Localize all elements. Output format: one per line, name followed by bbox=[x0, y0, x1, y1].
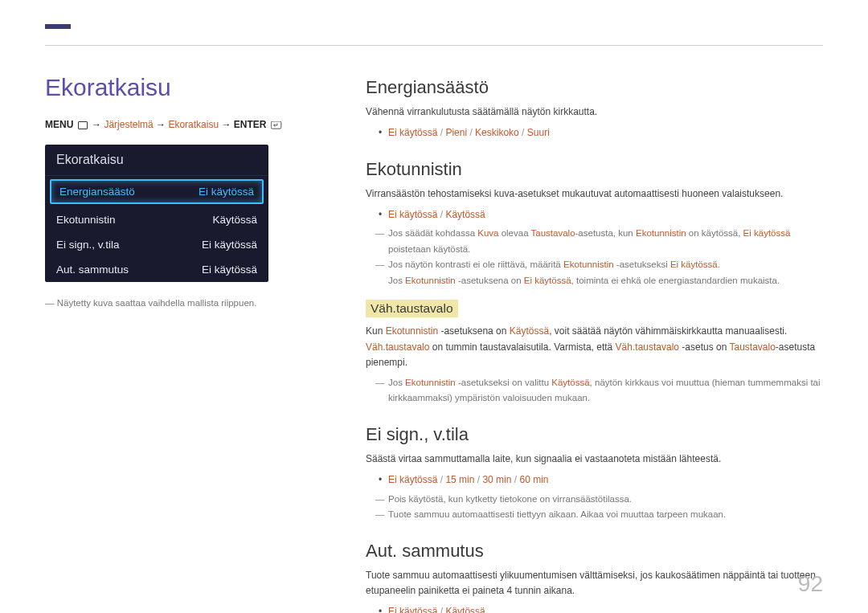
t: -asetus on bbox=[679, 341, 729, 353]
t: Väh.taustavalo bbox=[616, 341, 679, 353]
option-item: Ei käytössä / 15 min / 30 min / 60 min bbox=[366, 472, 823, 488]
arrow-icon: → bbox=[92, 119, 104, 130]
sep: / bbox=[467, 127, 475, 138]
note-item: Jos Ekotunnistin -asetukseksi on valittu… bbox=[366, 375, 823, 407]
note-list: Jos säädät kohdassa Kuva olevaa Taustava… bbox=[366, 226, 823, 288]
option-list: Ei käytössä / Pieni / Keskikoko / Suuri bbox=[366, 125, 823, 141]
section-energiansaasto: Energiansäästö Vähennä virrankulutusta s… bbox=[366, 77, 823, 141]
option: Ei käytössä bbox=[388, 606, 437, 613]
osd-row-label: Ekotunnistin bbox=[56, 214, 116, 226]
t: Ekotunnistin bbox=[405, 276, 456, 285]
t: Taustavalo bbox=[729, 341, 775, 353]
t: on tummin taustavalaisutila. Varmista, e… bbox=[429, 341, 615, 353]
sep: / bbox=[437, 606, 445, 613]
osd-row-energiansaasto[interactable]: Energiansäästö Ei käytössä bbox=[45, 176, 268, 207]
section-heading: Aut. sammutus bbox=[366, 541, 823, 562]
section-paragraph: Virransäästön tehostamiseksi kuva-asetuk… bbox=[366, 186, 823, 202]
option-list: Ei käytössä / Käytössä bbox=[366, 206, 823, 223]
t: Jos bbox=[388, 378, 405, 387]
section-heading: Ei sign., v.tila bbox=[366, 424, 823, 445]
osd-row-value: Käytössä bbox=[212, 214, 257, 226]
osd-row-eisign[interactable]: Ei sign., v.tila Ei käytössä bbox=[45, 232, 268, 257]
t: olevaa bbox=[498, 228, 530, 238]
sub-heading-vahtaustavalo: Väh.taustavalo bbox=[366, 300, 458, 317]
right-column: Energiansäästö Vähennä virrankulutusta s… bbox=[366, 77, 823, 613]
t: Ei käytössä bbox=[743, 228, 791, 238]
t: Kun bbox=[366, 325, 386, 337]
option: Ei käytössä bbox=[388, 209, 437, 220]
breadcrumb: MENU → Järjestelmä → Ekoratkaisu → ENTER bbox=[45, 119, 310, 130]
sep: / bbox=[519, 127, 527, 138]
breadcrumb-item: Järjestelmä bbox=[104, 119, 153, 130]
option-list: Ei käytössä / Käytössä bbox=[366, 603, 823, 613]
sep: / bbox=[437, 474, 445, 485]
section-paragraph: Säästä virtaa sammuttamalla laite, kun s… bbox=[366, 452, 823, 467]
t: -asetukseksi bbox=[614, 260, 670, 269]
option: 60 min bbox=[519, 474, 548, 485]
t: , toiminta ei ehkä ole energiastandardie… bbox=[571, 276, 780, 285]
breadcrumb-item: Ekoratkaisu bbox=[168, 119, 219, 130]
enter-icon bbox=[271, 121, 282, 129]
osd-row-value: Ei käytössä bbox=[199, 186, 254, 198]
t: Ei käytössä bbox=[524, 276, 571, 285]
note-item: Tuote sammuu automaattisesti tiettyyn ai… bbox=[366, 507, 823, 523]
option: Ei käytössä bbox=[388, 127, 437, 138]
t: Jos näytön kontrasti ei ole riittävä, mä… bbox=[388, 260, 563, 269]
t: Jos säädät kohdassa bbox=[388, 228, 477, 238]
sep: / bbox=[437, 127, 445, 138]
option-item: Ei käytössä / Käytössä bbox=[366, 603, 823, 613]
t: Ei käytössä bbox=[670, 260, 718, 269]
note-item: Pois käytöstä, kun kytketty tietokone on… bbox=[366, 492, 823, 508]
osd-panel: Ekoratkaisu Energiansäästö Ei käytössä E… bbox=[45, 145, 268, 282]
note-list: Pois käytöstä, kun kytketty tietokone on… bbox=[366, 492, 823, 523]
option: Käytössä bbox=[445, 209, 485, 220]
left-column: Ekoratkaisu MENU → Järjestelmä → Ekoratk… bbox=[45, 74, 310, 310]
t: , voit säätää näytön vähimmäiskirkkautta… bbox=[549, 325, 787, 337]
t: Ekotunnistin bbox=[563, 260, 614, 269]
t: Käytössä bbox=[551, 378, 589, 387]
note-item: Jos näytön kontrasti ei ole riittävä, mä… bbox=[366, 257, 823, 288]
option: 15 min bbox=[445, 474, 474, 485]
section-heading: Energiansäästö bbox=[366, 77, 823, 98]
section-eisign: Ei sign., v.tila Säästä virtaa sammuttam… bbox=[366, 424, 823, 523]
t: -asetusta, kun bbox=[575, 228, 636, 238]
osd-row-autsammutus[interactable]: Aut. sammutus Ei käytössä bbox=[45, 257, 268, 282]
osd-title: Ekoratkaisu bbox=[45, 145, 268, 176]
t: Käytössä bbox=[510, 325, 549, 337]
section-heading: Ekotunnistin bbox=[366, 159, 823, 180]
option: Suuri bbox=[527, 127, 550, 138]
osd-row-ekotunnistin[interactable]: Ekotunnistin Käytössä bbox=[45, 207, 268, 232]
option: Keskikoko bbox=[475, 127, 519, 138]
option-list: Ei käytössä / 15 min / 30 min / 60 min bbox=[366, 472, 823, 488]
t: -asetuksena on bbox=[456, 276, 524, 285]
t: poistetaan käytöstä. bbox=[388, 244, 470, 254]
osd-row-label: Aut. sammutus bbox=[56, 264, 129, 276]
osd-row-label: Ei sign., v.tila bbox=[56, 239, 120, 251]
t: -asetukseksi on valittu bbox=[456, 378, 552, 387]
option: 30 min bbox=[482, 474, 511, 485]
osd-row-value: Ei käytössä bbox=[202, 264, 257, 276]
breadcrumb-enter: ENTER bbox=[234, 119, 267, 130]
t: Väh.taustavalo bbox=[366, 341, 429, 353]
section-ekotunnistin: Ekotunnistin Virransäästön tehostamiseks… bbox=[366, 159, 823, 407]
t: -asetuksena on bbox=[438, 325, 510, 337]
osd-row-value: Ei käytössä bbox=[202, 239, 257, 251]
t: on käytössä, bbox=[686, 228, 743, 238]
page-number: 92 bbox=[798, 571, 823, 597]
sep: / bbox=[511, 474, 519, 485]
footnote: Näytetty kuva saattaa vaihdella mallista… bbox=[45, 296, 310, 310]
option-item: Ei käytössä / Käytössä bbox=[366, 206, 823, 223]
note-list: Jos Ekotunnistin -asetukseksi on valittu… bbox=[366, 375, 823, 407]
t: Ekotunnistin bbox=[386, 325, 438, 337]
t: . bbox=[718, 260, 720, 269]
option: Pieni bbox=[445, 127, 467, 138]
section-paragraph: Tuote sammuu automaattisesti ylikuumentu… bbox=[366, 568, 823, 599]
page-title: Ekoratkaisu bbox=[45, 74, 310, 101]
arrow-icon: → bbox=[221, 119, 233, 130]
t: Jos bbox=[388, 276, 405, 285]
breadcrumb-menu: MENU bbox=[45, 119, 73, 130]
t: Ekotunnistin bbox=[636, 228, 686, 238]
osd-row-label: Energiansäästö bbox=[59, 186, 135, 198]
header-divider bbox=[45, 45, 823, 46]
section-paragraph: Vähennä virrankulutusta säätämällä näytö… bbox=[366, 104, 823, 120]
